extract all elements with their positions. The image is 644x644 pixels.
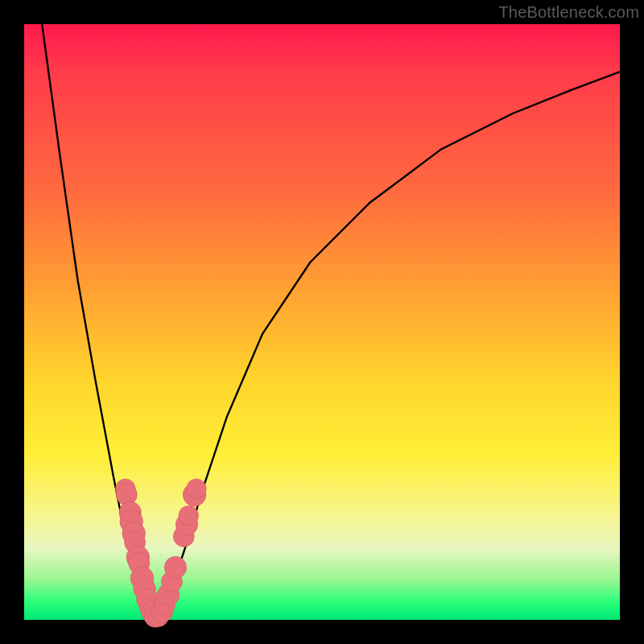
highlight-dot xyxy=(179,506,199,526)
plot-area xyxy=(24,24,620,620)
watermark-text: TheBottleneck.com xyxy=(498,3,639,22)
bottleneck-curve-svg xyxy=(24,24,620,620)
highlight-dot xyxy=(187,479,207,499)
highlighted-points-group xyxy=(116,479,207,627)
chart-frame: TheBottleneck.com xyxy=(0,0,644,644)
highlight-dot xyxy=(164,556,186,578)
